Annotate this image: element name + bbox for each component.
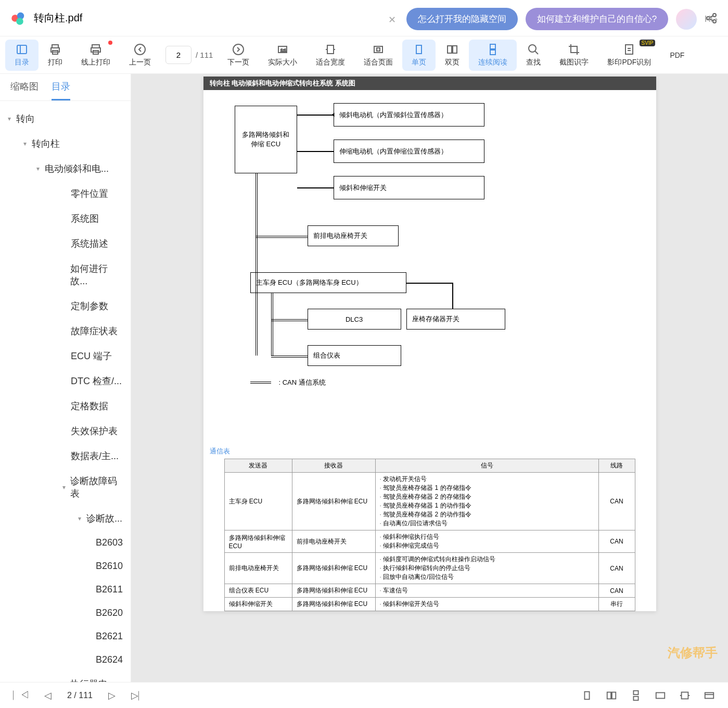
view-1to1-icon[interactable] xyxy=(655,690,666,701)
app-logo[interactable] xyxy=(10,10,26,26)
svg-point-2 xyxy=(16,18,23,25)
svg-rect-28 xyxy=(625,45,633,54)
prompt-suggestion-2[interactable]: 如何建立和维护自己的自信心? xyxy=(526,8,668,30)
toc-tree: ▾转向▾转向柱▾电动倾斜和电...零件位置系统图系统描述如何进行故...定制参数… xyxy=(0,101,131,682)
diagram-box-8: 组合仪表 xyxy=(308,345,401,366)
actual-size-button[interactable]: 1:1 实际大小 xyxy=(259,40,306,71)
toc-item[interactable]: B2624 xyxy=(0,648,131,672)
find-button[interactable]: 查找 xyxy=(517,40,550,71)
single-page-button[interactable]: 单页 xyxy=(402,40,436,71)
prev-page-icon[interactable]: ◁ xyxy=(44,690,52,701)
tab-toc[interactable]: 目录 xyxy=(52,80,70,100)
close-icon[interactable]: ✕ xyxy=(388,14,399,24)
hi-label[interactable]: Hi › xyxy=(705,15,718,24)
bottom-page-indicator: 2 / 111 xyxy=(67,691,93,700)
toc-item[interactable]: B2621 xyxy=(0,625,131,648)
toc-item-label: 电动倾斜和电... xyxy=(45,162,109,175)
toc-item-label: B2621 xyxy=(96,631,123,642)
watermark: 汽修帮手 xyxy=(668,644,718,661)
page-header: 转向柱 电动倾斜和电动伸缩式转向柱系统 系统图 xyxy=(203,77,656,90)
view-fitpage-icon[interactable] xyxy=(704,690,715,701)
prompt-suggestion-1[interactable]: 怎么打开我的隐藏空间 xyxy=(406,8,518,30)
online-print-button[interactable]: 线上打印 xyxy=(72,40,120,71)
toc-item[interactable]: 系统描述 xyxy=(0,231,131,256)
print-button[interactable]: 打印 xyxy=(39,40,72,71)
fit-width-button[interactable]: 适合宽度 xyxy=(306,40,354,71)
toc-item[interactable]: 失效保护表 xyxy=(0,419,131,444)
document-viewport[interactable]: 转向柱 电动倾斜和电动伸缩式转向柱系统 系统图 多路网络倾斜和伸缩 ECU 倾斜… xyxy=(131,74,728,682)
view-fitwidth-icon[interactable] xyxy=(679,690,691,701)
col-receiver: 接收器 xyxy=(292,459,375,473)
toc-item-label: DTC 检查/... xyxy=(71,375,122,387)
table-row: 前排电动座椅开关多路网络倾斜和伸缩 ECU倾斜度可调的伸缩式转向柱操作启动信号执… xyxy=(224,553,635,584)
toc-item-label: 诊断故... xyxy=(86,512,122,525)
page-total: / 111 xyxy=(196,50,213,59)
comm-table: 发送器 接收器 信号 线路 主车身 ECU多路网络倾斜和伸缩 ECU发动机开关信… xyxy=(224,459,635,611)
tab-thumbnail[interactable]: 缩略图 xyxy=(10,80,39,100)
svip-badge: SVIP xyxy=(640,40,656,46)
svg-rect-33 xyxy=(612,692,616,699)
avatar[interactable] xyxy=(676,9,697,30)
view-double-icon[interactable] xyxy=(606,690,617,701)
toc-item[interactable]: 系统图 xyxy=(0,206,131,231)
toc-item-label: 转向 xyxy=(16,112,35,125)
continuous-button[interactable]: 连续阅读 xyxy=(469,40,517,71)
toc-item[interactable]: ▾电动倾斜和电... xyxy=(0,156,131,181)
toc-item-label: 系统图 xyxy=(71,212,99,225)
diagram-box-4: 前排电动座椅开关 xyxy=(308,225,399,246)
svg-rect-21 xyxy=(416,45,422,54)
toc-item[interactable]: B2611 xyxy=(0,578,131,601)
svg-rect-19 xyxy=(374,46,382,53)
actual-size-icon: 1:1 xyxy=(276,43,289,56)
caret-down-icon: ▾ xyxy=(78,515,86,522)
screenshot-ocr-button[interactable]: 截图识字 xyxy=(550,40,598,71)
search-icon xyxy=(527,43,540,56)
pdf-more-button[interactable]: PDF xyxy=(660,40,694,71)
toc-item[interactable]: 故障症状表 xyxy=(0,319,131,344)
toc-item[interactable]: B2603 xyxy=(0,531,131,554)
double-page-button[interactable]: 双页 xyxy=(436,40,469,71)
svg-point-14 xyxy=(135,44,145,55)
fit-page-button[interactable]: 适合页面 xyxy=(354,40,402,71)
toc-item[interactable]: 零件位置 xyxy=(0,181,131,206)
toc-item[interactable]: 定格数据 xyxy=(0,394,131,419)
first-page-icon[interactable]: ⎸◁ xyxy=(13,690,29,701)
toc-item[interactable]: ▾转向 xyxy=(0,106,131,131)
toc-item[interactable]: 如何进行故... xyxy=(0,256,131,294)
view-single-icon[interactable] xyxy=(581,690,593,701)
single-page-icon xyxy=(413,43,425,56)
svg-rect-25 xyxy=(490,50,495,55)
toc-item[interactable]: ▾诊断故... xyxy=(0,506,131,531)
page-input[interactable] xyxy=(165,46,191,64)
svg-rect-31 xyxy=(584,691,589,699)
next-page-button[interactable]: 下一页 xyxy=(218,40,259,71)
svg-rect-18 xyxy=(327,45,334,54)
svg-rect-6 xyxy=(17,45,27,54)
next-page-icon[interactable]: ▷ xyxy=(108,690,116,701)
caret-down-icon: ▾ xyxy=(36,165,45,172)
toc-item-label: 零件位置 xyxy=(71,187,108,200)
online-print-icon xyxy=(90,43,102,56)
toc-item[interactable]: DTC 检查/... xyxy=(0,369,131,394)
diagram-box-6: DLC3 xyxy=(308,309,401,330)
toc-item-label: 系统描述 xyxy=(71,237,108,250)
fit-page-icon xyxy=(372,43,385,56)
col-sender: 发送器 xyxy=(224,459,292,473)
prev-page-button[interactable]: 上一页 xyxy=(120,40,160,71)
pdf-ocr-icon xyxy=(623,43,635,56)
svg-rect-20 xyxy=(377,48,380,51)
last-page-icon[interactable]: ▷⎸ xyxy=(131,690,147,701)
chevron-left-icon xyxy=(134,43,146,56)
toc-item[interactable]: 执行器电源... xyxy=(0,672,131,682)
toc-item[interactable]: 定制参数 xyxy=(0,294,131,319)
comm-table-title: 通信表 xyxy=(203,444,656,459)
toc-item[interactable]: ▾转向柱 xyxy=(0,131,131,156)
toc-item[interactable]: ECU 端子 xyxy=(0,344,131,369)
toc-item[interactable]: B2610 xyxy=(0,554,131,578)
toc-item[interactable]: ▾诊断故障码表 xyxy=(0,469,131,506)
toc-item-label: B2603 xyxy=(96,537,123,548)
toc-item[interactable]: B2620 xyxy=(0,601,131,625)
toc-item[interactable]: 数据表/主... xyxy=(0,444,131,469)
toc-button[interactable]: 目录 xyxy=(5,40,39,71)
view-continuous-icon[interactable] xyxy=(630,690,642,701)
